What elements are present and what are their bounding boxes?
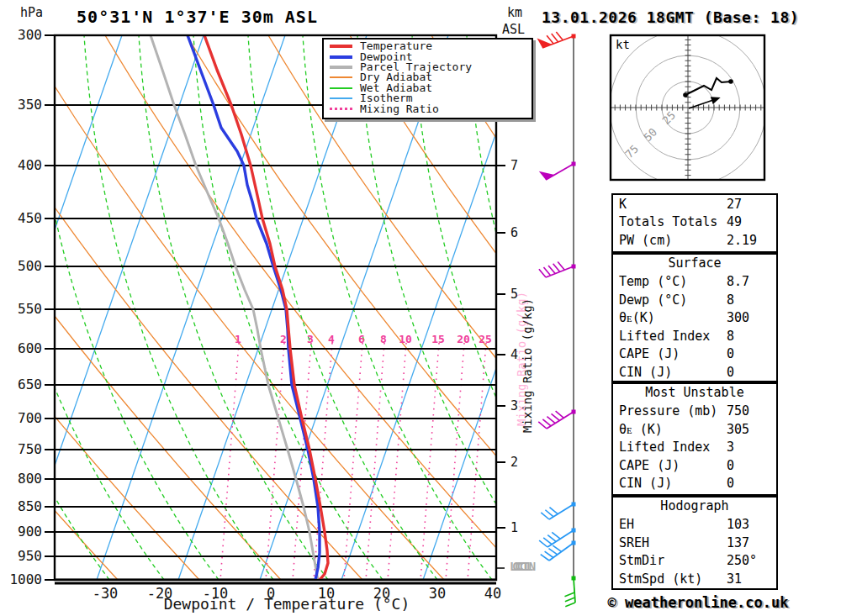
pressure-axis-unit: hPa [20,5,43,20]
sounding-page: 255075kt hPa 50°31'N 1°37'E 30m ASL km A… [0,0,841,616]
table-row-value: 49 [727,214,776,229]
isotherm-line [15,35,204,580]
mixing-ratio-line [266,343,284,580]
mixing-ratio-line [220,343,239,580]
table-row-value: 31 [727,571,776,587]
mixing-ratio-value-label: 1 [235,333,241,345]
table-row-value: 2.19 [727,233,776,248]
mixing-ratio-line [468,343,486,580]
pressure-tick-label: 750 [5,441,42,457]
table-row-label: Temp (°C) [619,274,727,289]
table-row-value: 137 [727,535,776,550]
table-row-value: 0 [727,458,776,473]
legend-swatch [330,108,352,110]
mixing-ratio-value-label: 3 [307,333,314,345]
dry-adiabat-line [0,35,281,580]
table-header: Most Unstable [613,384,776,403]
table-row-value: 250° [727,553,776,568]
hodograph: 255075kt [610,29,766,186]
legend-item-label: Mixing Ratio [360,104,439,114]
table-row: θᴇ(K)300 [613,309,776,328]
table-row-label: K [619,197,727,212]
table-row-label: CAPE (J) [619,346,727,361]
legend-swatch [330,55,352,59]
temp-tick-label: -10 [190,585,241,602]
table-row: CIN (J)0 [613,475,776,493]
table-row-label: CAPE (J) [619,458,727,473]
table-row: Pressure (mb)750 [613,403,776,421]
temp-tick-label: 0 [246,585,296,602]
level-marker-cin: CIN [515,560,536,573]
indices-table: SurfaceTemp (°C)8.7Dewp (°C)8θᴇ(K)300Lif… [611,253,778,382]
indices-table: K27Totals Totals49PW (cm)2.19 [611,193,778,253]
wind-barb [541,503,575,520]
legend: TemperatureDewpointParcel TrajectoryDry … [322,38,533,119]
table-row-label: StmSpd (kt) [619,571,727,587]
table-row: Temp (°C)8.7 [613,273,776,292]
pressure-tick-label: 300 [5,27,42,43]
copyright: © weatheronline.co.uk [580,594,816,611]
mixing-ratio-value-label: 15 [431,333,445,345]
wind-barb [564,577,575,607]
table-row-label: EH [619,517,727,532]
table-row-label: Lifted Index [619,329,727,344]
table-row: PW (cm)2.19 [613,231,776,250]
table-row-label: θᴇ (K) [619,422,727,437]
wind-barb [539,529,575,548]
mixing-ratio-line [420,343,439,580]
table-row-value: 8 [727,292,776,308]
mixing-ratio-value-label: 10 [399,333,412,345]
pressure-tick-label: 500 [5,258,42,274]
wind-barb [539,262,576,277]
km-tick-label: 2 [510,455,536,470]
mixing-ratio-value-label: 8 [380,333,387,345]
table-row: Totals Totals49 [613,213,776,232]
hodograph-unit-label: kt [616,38,630,51]
table-row-label: θᴇ(K) [619,310,727,325]
asl-axis-unit: ASL [502,22,525,37]
table-row-label: StmDir [619,553,727,568]
km-tick-label: 6 [510,225,536,240]
table-row-label: Lifted Index [619,440,727,455]
wind-barb [538,410,575,429]
km-tick-label: 7 [510,158,536,173]
station-title: 50°31'N 1°37'E 30m ASL [52,7,342,27]
pressure-tick-label: 900 [5,524,42,540]
mixing-ratio-value-label: 25 [479,333,492,345]
table-row: StmDir250° [613,552,776,571]
table-row-value: 0 [727,476,776,491]
table-header: Hodograph [613,498,776,516]
pressure-tick-label: 700 [5,410,42,426]
temp-tick-label: 10 [301,585,352,602]
wind-barb [541,541,576,561]
pressure-tick-label: 450 [5,210,42,226]
mixing-ratio-value-label: 6 [358,333,365,345]
mixing-ratio-line [388,343,406,580]
sounding-curves [151,35,328,580]
pressure-tick-label: 800 [5,471,42,487]
table-row: CIN (J)0 [613,363,776,382]
wet-adiabat-line [29,35,219,580]
indices-table: Most UnstablePressure (mb)750θᴇ (K)305Li… [611,382,778,496]
table-row: Lifted Index8 [613,327,776,345]
table-row: θᴇ (K)305 [613,420,776,439]
legend-swatch [330,97,352,99]
table-row: EH103 [613,516,776,534]
pressure-tick-label: 1000 [5,571,42,587]
legend-item: Wet Adiabat [324,83,532,93]
wind-barb [539,162,576,181]
table-row: CAPE (J)0 [613,456,776,475]
km-tick-label: 3 [510,398,536,413]
table-row: StmSpd (kt)31 [613,570,776,588]
temperature-curve [204,35,328,580]
table-row-value: 300 [727,310,776,325]
table-row-label: CIN (J) [619,365,727,380]
mixing-ratio-axis-label: Mixing Ratio (g/kg) [521,282,534,450]
mixing-ratio-line [446,343,464,580]
pressure-tick-label: 650 [5,376,42,392]
table-row-value: 103 [727,517,776,532]
pressure-tick-label: 400 [5,157,42,173]
legend-swatch [330,87,352,89]
legend-swatch [330,76,352,78]
mixing-ratio-value-label: 20 [457,333,470,345]
